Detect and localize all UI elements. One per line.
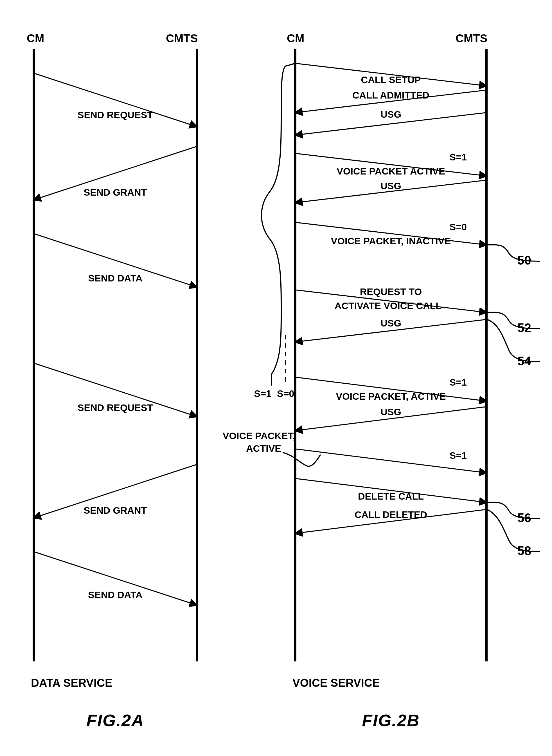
figB-header-cm: CM xyxy=(287,32,304,44)
figB-wave-s0: S=0 xyxy=(277,388,294,399)
figB-callout-lead-56 xyxy=(487,503,540,519)
figB-msg-request-activate-top: REQUEST TO xyxy=(360,286,422,297)
figB-callout-56: 56 xyxy=(517,511,531,525)
figB-msg-call-setup-label: CALL SETUP xyxy=(361,74,421,85)
figA-caption: DATA SERVICE xyxy=(31,677,113,689)
figB-callout-58: 58 xyxy=(517,544,531,558)
figB-msg-call-admitted-label: CALL ADMITTED xyxy=(352,90,429,101)
figB-msg-usg-1-label: USG xyxy=(381,109,401,120)
figB-msg-delete-call-label: DELETE CALL xyxy=(358,491,424,502)
figB-caption: VOICE SERVICE xyxy=(292,677,380,689)
figB-msg-vp-active-2-s: S=1 xyxy=(450,377,467,388)
figB-callout-lead-52 xyxy=(487,312,540,329)
figB-callout-52: 52 xyxy=(517,321,531,335)
figB-msg-vp-active-2-main: VOICE PACKET, ACTIVE xyxy=(336,391,446,402)
figB-msg-vp-inactive-s: S=0 xyxy=(450,221,467,232)
fig-2b: CM CMTS S=1 S=0 CALL SETUP CALL ADMITTED… xyxy=(223,32,540,730)
figA-msg-send-grant-1-label: SEND GRANT xyxy=(84,187,147,198)
figB-side-label-2: ACTIVE xyxy=(246,443,281,454)
figA-msg-send-grant-2-label: SEND GRANT xyxy=(84,505,147,516)
figB-msg-usg-3-label: USG xyxy=(381,318,401,328)
figA-msg-send-data-2-label: SEND DATA xyxy=(88,589,142,600)
figA-header-cm: CM xyxy=(27,32,44,44)
figB-header-cmts: CMTS xyxy=(455,32,487,44)
figB-callout-54: 54 xyxy=(517,354,531,368)
figA-msg-send-request-2-label: SEND REQUEST xyxy=(78,402,153,413)
figA-msg-send-request-1-label: SEND REQUEST xyxy=(78,109,153,120)
figB-msg-vp-active-3-s: S=1 xyxy=(450,450,467,461)
figB-callout-lead-54 xyxy=(487,319,540,362)
figB-msg-vp-active-1-s: S=1 xyxy=(450,152,467,163)
figB-side-label-lead xyxy=(283,453,320,466)
figB-activity-wave xyxy=(262,63,295,386)
fig-2a: CM CMTS SEND REQUEST SEND GRANT SEND DAT… xyxy=(27,32,198,730)
figA-msg-send-data-1-label: SEND DATA xyxy=(88,273,142,284)
figB-msg-call-deleted-label: CALL DELETED xyxy=(355,509,427,520)
figB-callout-50: 50 xyxy=(517,253,531,267)
figA-header-cmts: CMTS xyxy=(166,32,198,44)
figB-msg-vp-inactive-main: VOICE PACKET, INACTIVE xyxy=(331,236,451,246)
figB-msg-usg-4-label: USG xyxy=(381,407,401,417)
figA-figure-label: FIG.2A xyxy=(86,711,144,730)
figB-callout-lead-50 xyxy=(487,245,540,261)
figB-msg-request-activate-main: ACTIVATE VOICE CALL xyxy=(334,300,441,311)
figB-msg-usg-2-label: USG xyxy=(381,181,401,191)
figB-wave-s1: S=1 xyxy=(254,388,271,399)
figB-callout-lead-58 xyxy=(487,510,540,552)
figB-msg-vp-active-1-main: VOICE PACKET ACTIVE xyxy=(336,166,445,177)
figB-figure-label: FIG.2B xyxy=(362,711,420,730)
figB-side-label-1: VOICE PACKET, xyxy=(223,430,295,441)
